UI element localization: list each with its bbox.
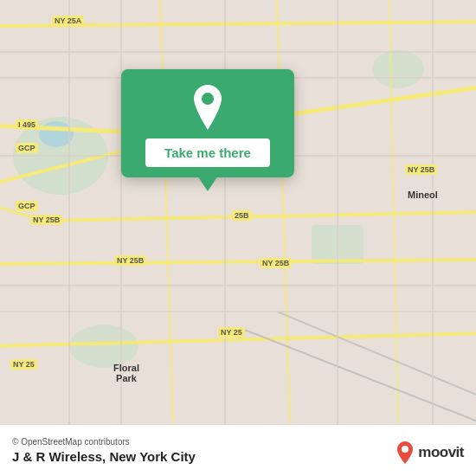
road-label-mineola: Mineol xyxy=(405,189,441,201)
road-label-ny25b-center: 25B xyxy=(232,210,252,221)
road-label-gcp1: GCP xyxy=(16,143,38,153)
svg-point-31 xyxy=(402,446,408,453)
moovit-logo: moovit xyxy=(396,441,464,464)
take-me-there-button[interactable]: Take me there xyxy=(145,138,270,167)
svg-point-5 xyxy=(39,121,74,147)
road-label-floral-park: FloralPark xyxy=(111,362,142,384)
road-label-ny25b-right: NY 25B xyxy=(260,258,292,268)
svg-point-2 xyxy=(372,50,424,88)
road-label-ny25b-left: NY 25B xyxy=(30,215,62,225)
road-label-ny25b-far-right: NY 25B xyxy=(405,164,437,175)
map-pin-icon xyxy=(189,85,227,130)
road-label-i495: I 495 xyxy=(16,119,38,130)
moovit-pin-icon xyxy=(396,441,415,464)
popup-card: Take me there xyxy=(121,69,294,177)
road-label-gcp2: GCP xyxy=(16,201,38,211)
road-label-ny25a: NY 25A xyxy=(52,16,84,26)
bottom-bar: © OpenStreetMap contributors J & R Wirel… xyxy=(0,424,476,476)
map-container: NY 25A I 495 GCP GCP 25B NY 25B NY 25B N… xyxy=(0,0,476,424)
road-label-ny25-mid: NY 25 xyxy=(218,327,245,338)
road-label-ny25-left: NY 25 xyxy=(10,359,37,370)
svg-point-30 xyxy=(202,93,214,105)
moovit-brand-text: moovit xyxy=(418,444,464,461)
road-label-ny25b-mid: NY 25B xyxy=(114,255,146,266)
